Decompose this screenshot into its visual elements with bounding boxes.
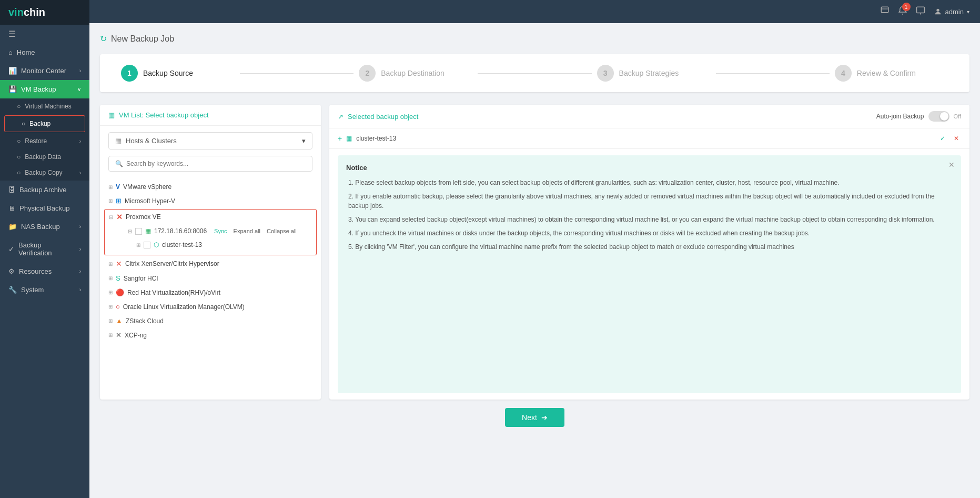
sidebar-sub-backup-data[interactable]: ○ Backup Data — [0, 149, 89, 165]
tree-item-xcpng[interactable]: ⊞ ✕ XCP-ng — [100, 328, 321, 342]
bottom-bar: Next ➔ — [100, 400, 969, 435]
sidebar-item-nas-backup[interactable]: 📁 NAS Backup › — [0, 217, 89, 236]
monitor-icon: 📊 — [8, 67, 17, 75]
sidebar-label-backup-copy: Backup Copy — [25, 169, 62, 176]
hyperv-platform-icon: ⊞ — [116, 197, 122, 205]
host-checkbox[interactable] — [135, 228, 142, 235]
step-4[interactable]: 4 Review & Confirm — [835, 65, 948, 82]
zstack-expand-icon[interactable]: ⊞ — [108, 318, 113, 324]
sidebar-label-vm-backup: VM Backup — [21, 85, 56, 93]
hyperv-label: Microsoft Hyper-V — [125, 197, 175, 205]
xcpng-expand-icon[interactable]: ⊞ — [108, 332, 113, 338]
step-3[interactable]: 3 Backup Strategies — [597, 65, 711, 82]
step-1[interactable]: 1 Backup Source — [121, 65, 235, 82]
vmware-expand-icon[interactable]: ⊞ — [108, 184, 113, 190]
proxmox-expand-icon[interactable]: ⊟ — [109, 214, 113, 220]
sidebar-label-archive: Backup Archive — [19, 186, 67, 194]
tree-item-host-172[interactable]: ⊟ ▦ 172.18.16.60:8006 Sync Expand all Co… — [124, 224, 312, 238]
tree-item-vmware[interactable]: ⊞ V VMware vSphere — [100, 180, 321, 194]
citrix-expand-icon[interactable]: ⊞ — [108, 261, 113, 267]
sidebar-item-physical-backup[interactable]: 🖥 Physical Backup — [0, 199, 89, 217]
tree-item-sangfor[interactable]: ⊞ S Sangfor HCI — [100, 271, 321, 285]
auto-join-control: Auto-join Backup Off — [876, 111, 961, 122]
sidebar-sub-restore[interactable]: ○ Restore › — [0, 133, 89, 149]
search-input[interactable] — [126, 160, 306, 167]
sidebar-item-resources[interactable]: ⚙ Resources › — [0, 262, 89, 281]
tree-item-redhat[interactable]: ⊞ 🔴 Red Hat Virtualization(RHV)/oVirt — [100, 285, 321, 300]
notice-box: ✕ Notice 1. Please select backup objects… — [338, 155, 961, 393]
selected-item-row: + ▦ cluster-test-13 ✓ ✕ — [329, 128, 969, 149]
host-icon: ▦ — [145, 227, 151, 235]
selected-item-label: cluster-test-13 — [356, 135, 396, 142]
tree-item-citrix[interactable]: ⊞ ✕ Citrix XenServer/Citrix Hypervisor — [100, 256, 321, 271]
tree-item-cluster-left[interactable]: ⊞ ⬡ cluster-test-13 — [124, 238, 312, 252]
tree-item-oracle[interactable]: ⊞ ○ Oracle Linux Virtualization Manager(… — [100, 300, 321, 314]
notice-title: Notice — [346, 164, 953, 172]
hosts-clusters-dropdown[interactable]: ▦ Hosts & Clusters ▾ — [108, 132, 312, 150]
tree-item-hyperv[interactable]: ⊞ ⊞ Microsoft Hyper-V — [100, 194, 321, 208]
citrix-label: Citrix XenServer/Citrix Hypervisor — [125, 260, 219, 267]
oracle-expand-icon[interactable]: ⊞ — [108, 304, 113, 310]
sidebar-item-home[interactable]: ⌂ Home — [0, 43, 89, 62]
expand-all-button[interactable]: Expand all — [234, 228, 260, 234]
confirm-button[interactable]: ✓ — [938, 134, 947, 143]
auto-join-toggle[interactable] — [928, 111, 949, 122]
collapse-all-button[interactable]: Collapse all — [267, 228, 297, 234]
citrix-platform-icon: ✕ — [116, 260, 122, 268]
notice-item-5: 5. By clicking 'VM Filter', you can conf… — [346, 242, 953, 252]
sidebar-label-backup: Backup — [29, 120, 50, 127]
auto-join-label: Auto-join Backup — [876, 113, 924, 120]
sync-button[interactable]: Sync — [214, 228, 227, 234]
sidebar-label-nas: NAS Backup — [21, 223, 60, 231]
step-label-4: Review & Confirm — [857, 69, 916, 77]
sidebar-sub-backup[interactable]: ○ Backup — [4, 115, 85, 132]
sidebar-vm-backup-sub: ○ Virtual Machines ○ Backup ○ Restore › … — [0, 98, 89, 181]
notifications-icon[interactable]: 1 — [898, 6, 907, 17]
cancel-button[interactable]: ✕ — [952, 134, 961, 143]
hyperv-expand-icon[interactable]: ⊞ — [108, 198, 113, 204]
refresh-icon[interactable]: ↻ — [100, 34, 107, 44]
messages-icon[interactable] — [880, 6, 890, 17]
step-2[interactable]: 2 Backup Destination — [359, 65, 472, 82]
page-area: ↻ New Backup Job 1 Backup Source 2 Backu… — [89, 23, 980, 498]
step-label-3: Backup Strategies — [619, 69, 679, 77]
notice-close-button[interactable]: ✕ — [948, 161, 955, 169]
vmware-platform-icon: V — [116, 183, 120, 191]
screen-icon[interactable] — [916, 6, 925, 17]
redhat-expand-icon[interactable]: ⊞ — [108, 290, 113, 295]
sidebar-toggle-button[interactable]: ☰ — [0, 25, 89, 43]
cluster-expand-icon[interactable]: ⊞ — [136, 242, 140, 248]
backup-data-icon: ○ — [17, 153, 21, 161]
sidebar-sub-virtual-machines[interactable]: ○ Virtual Machines — [0, 98, 89, 114]
toggle-knob — [940, 112, 948, 121]
notice-item-4: 4. If you uncheck the virtual machines o… — [346, 228, 953, 238]
user-menu[interactable]: admin ▾ — [934, 7, 969, 16]
copy-chevron-icon: › — [79, 170, 81, 176]
archive-icon: 🗄 — [8, 186, 15, 194]
sidebar-item-backup-verification[interactable]: ✓ Backup Verification › — [0, 236, 89, 262]
svg-rect-3 — [916, 7, 924, 13]
sidebar-sub-backup-copy[interactable]: ○ Backup Copy › — [0, 165, 89, 181]
sidebar-label-monitor: Monitor Center — [21, 67, 66, 75]
sidebar-item-backup-archive[interactable]: 🗄 Backup Archive — [0, 181, 89, 199]
sidebar-label-resources: Resources — [19, 267, 52, 275]
tree-item-zstack[interactable]: ⊞ ▲ ZStack Cloud — [100, 314, 321, 328]
next-label: Next — [522, 413, 537, 422]
sidebar-item-vm-backup[interactable]: 💾 VM Backup ∨ — [0, 80, 89, 98]
host-expand-icon[interactable]: ⊟ — [128, 228, 132, 234]
cluster-checkbox[interactable] — [144, 242, 150, 248]
verification-chevron-icon: › — [79, 246, 81, 252]
sidebar-item-system[interactable]: 🔧 System › — [0, 281, 89, 299]
dropdown-icon: ▦ — [115, 137, 122, 145]
tree-item-proxmox[interactable]: ⊟ ✕ Proxmox VE ⊟ ▦ 172.18.16.60:8006 — [104, 209, 317, 255]
step-number-4: 4 — [841, 69, 845, 77]
sidebar-item-monitor[interactable]: 📊 Monitor Center › — [0, 62, 89, 80]
user-chevron-icon: ▾ — [967, 9, 969, 15]
next-button[interactable]: Next ➔ — [505, 408, 564, 427]
host-label: 172.18.16.60:8006 — [154, 227, 207, 235]
sangfor-expand-icon[interactable]: ⊞ — [108, 275, 113, 281]
physical-icon: 🖥 — [8, 204, 15, 212]
step-divider-1 — [240, 73, 353, 74]
step-label-2: Backup Destination — [381, 69, 444, 77]
resources-chevron-icon: › — [79, 268, 81, 274]
